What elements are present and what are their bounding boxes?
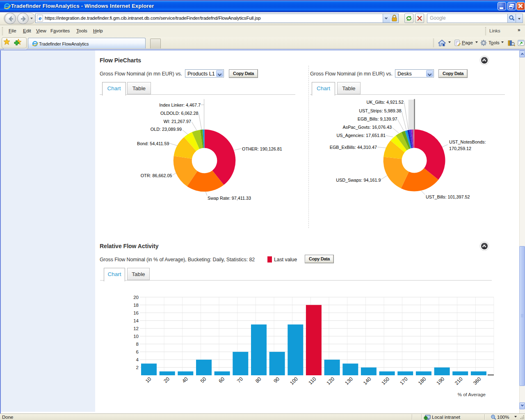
svg-text:60: 60	[217, 376, 226, 384]
svg-text:2: 2	[136, 365, 139, 370]
svg-text:20: 20	[163, 376, 171, 384]
svg-text:170: 170	[399, 376, 409, 386]
svg-text:210: 210	[454, 376, 464, 386]
svg-text:190: 190	[436, 376, 446, 386]
svg-text:180: 180	[417, 376, 427, 386]
svg-text:Swap Rate: 97,411.33: Swap Rate: 97,411.33	[208, 196, 251, 201]
svg-text:110: 110	[308, 376, 317, 386]
svg-text:WI: 21,267.97: WI: 21,267.97	[164, 119, 191, 124]
svg-text:EGB_Bills: 9,139.97: EGB_Bills: 9,139.97	[358, 116, 397, 121]
svg-text:80: 80	[254, 376, 262, 384]
svg-text:10: 10	[133, 334, 139, 339]
svg-text:OTR: 86,662.05: OTR: 86,662.05	[141, 173, 172, 178]
svg-text:Index Linker: 4,467.7: Index Linker: 4,467.7	[159, 103, 201, 107]
svg-text:USD_Swaps: 94,161.9: USD_Swaps: 94,161.9	[336, 178, 381, 183]
svg-text:Bond: 54,411.59: Bond: 54,411.59	[137, 141, 169, 146]
svg-text:90: 90	[272, 376, 281, 384]
svg-text:OLDOLD: 6,062.28: OLDOLD: 6,062.28	[160, 111, 198, 116]
svg-text:US_Agencies: 17,651.81: US_Agencies: 17,651.81	[337, 133, 386, 138]
svg-text:150: 150	[381, 376, 391, 386]
svg-text:100: 100	[289, 376, 299, 386]
svg-text:UST_NotesBonds:: UST_NotesBonds:	[449, 139, 486, 144]
svg-text:20: 20	[133, 295, 139, 300]
svg-text:UST_Strips: 5,989.38: UST_Strips: 5,989.38	[359, 108, 401, 113]
svg-text:UK_Gilts: 4,921.52: UK_Gilts: 4,921.52	[366, 100, 404, 105]
svg-text:OTHER: 190,126.81: OTHER: 190,126.81	[242, 146, 282, 151]
svg-text:130: 130	[344, 376, 354, 386]
svg-text:140: 140	[362, 376, 372, 386]
svg-text:6: 6	[136, 349, 139, 354]
svg-text:50: 50	[199, 376, 208, 384]
svg-text:% of Average: % of Average	[458, 392, 486, 397]
svg-text:4: 4	[136, 357, 139, 362]
svg-text:360: 360	[472, 376, 482, 386]
svg-text:120: 120	[326, 376, 336, 386]
svg-text:UST_Bills: 101,397.52: UST_Bills: 101,397.52	[426, 194, 470, 199]
svg-text:70: 70	[236, 376, 244, 384]
svg-text:EGB_ExBills: 44,310.47: EGB_ExBills: 44,310.47	[330, 145, 377, 150]
svg-text:12: 12	[133, 326, 139, 331]
svg-text:18: 18	[133, 303, 139, 308]
svg-text:10: 10	[144, 376, 153, 384]
svg-text:AsPac_Govts: 16,076.43: AsPac_Govts: 16,076.43	[343, 125, 392, 130]
svg-text:170,259.12: 170,259.12	[449, 146, 471, 151]
svg-text:40: 40	[181, 376, 189, 384]
svg-text:OLD: 23,089.99: OLD: 23,089.99	[151, 127, 182, 132]
svg-text:14: 14	[133, 318, 139, 323]
svg-text:16: 16	[133, 310, 139, 315]
svg-text:8: 8	[136, 342, 139, 347]
